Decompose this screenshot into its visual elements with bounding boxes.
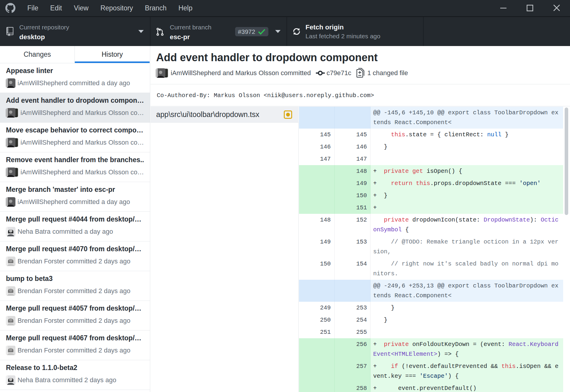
diff-old-line-number: 149 [299,236,335,258]
diff-new-line-number: 153 [335,236,370,258]
avatar [6,108,15,118]
commit-list-item[interactable]: Add event handler to dropdown compon…iAm… [0,93,150,123]
file-modified-icon [284,110,292,119]
minimize-button[interactable] [490,0,517,16]
check-icon [258,29,266,35]
sidebar-tabs: Changes History [0,46,150,63]
diff-new-line-number: 256 [335,338,370,360]
avatar [156,68,165,78]
commit-list-item[interactable]: Appease linteriAmWillShepherd committed … [0,63,150,93]
avatar-stack [6,286,15,296]
commit-item-meta: Brendan Forster committed 2 days ago [18,317,130,325]
diff-old-line-number [299,107,335,129]
commit-list-item[interactable]: bump to beta3Brendan Forster committed 2… [0,271,150,301]
diff-old-line-number: 250 [299,314,335,326]
diff-hunk-header: @@ -145,6 +145,10 @@ export class Toolba… [299,107,563,129]
active-tab-underline [75,61,150,63]
tab-history[interactable]: History [75,46,150,63]
branch-label: Current branch [170,23,211,31]
menu-edit[interactable]: Edit [44,0,68,16]
menu-help[interactable]: Help [172,0,198,16]
commit-item-meta: iAmWillShepherd and Markus Olsson co… [20,168,144,176]
changed-file-icon [357,68,365,78]
diff-new-line-number [335,107,370,129]
commit-authors: iAmWillShepherd and Markus Olsson commit… [171,69,311,77]
diff-new-line-number: 146 [335,141,370,153]
commit-item-meta: iAmWillShepherd and Markus Olsson co… [20,109,144,117]
commit-item-title: Merge pull request #4057 from desktop/… [6,304,144,313]
diff-code: this.state = { clientRect: null } [370,129,563,141]
commit-sha: c79e71c [327,69,351,77]
branch-selector[interactable]: Current branch esc-pr #3972 [151,17,286,46]
fetch-button[interactable]: Fetch origin Last fetched 2 minutes ago [287,17,423,46]
diff-code: private dropdownIcon(state: DropdownStat… [370,214,563,236]
diff-code: + [370,202,563,214]
diff-code [370,326,563,338]
diff-old-line-number: 145 [299,129,335,141]
commit-list-item[interactable]: Remove event handler from the branches..… [0,152,150,182]
branch-value: esc-pr [170,32,211,42]
commit-list-item[interactable]: Merge pull request #4057 from desktop/…B… [0,301,150,331]
commit-item-meta: Neha Batra committed a day ago [18,228,113,235]
menu-repository[interactable]: Repository [94,0,139,16]
diff-old-line-number [299,280,335,302]
commit-list-item[interactable]: Merge pull request #4067 from desktop/…B… [0,331,150,360]
commit-list: Appease linteriAmWillShepherd committed … [0,63,150,392]
commit-item-title: Merge pull request #4070 from desktop/… [6,244,144,253]
avatar [6,138,15,147]
commit-list-item[interactable]: Merge branch 'master' into esc-priAmWill… [0,182,150,212]
commit-item-meta: iAmWillShepherd committed a day ago [18,79,130,87]
commit-list-item[interactable]: Move escape behavior to correct compo…iA… [0,123,150,152]
commit-item-title: Remove event handler from the branches.. [6,155,144,164]
avatar-stack [6,78,15,88]
changed-files-list: app\src\ui\toolbar\dropdown.tsx [151,107,299,392]
avatar-stack [6,375,15,385]
title-bar: File Edit View Repository Branch Help [0,0,570,16]
diff-code: + private get isOpen() { [370,165,563,177]
diff-old-line-number: 147 [299,153,335,165]
close-button[interactable] [543,0,570,16]
diff-scrollbar-thumb[interactable] [565,108,568,215]
pr-badge: #3972 [235,27,268,36]
tab-changes[interactable]: Changes [0,46,75,63]
diff-line: 145145 this.state = { clientRect: null } [299,129,563,141]
maximize-button[interactable] [517,0,543,16]
diff-line: 257+ if (!event.defaultPrevented && this… [299,360,563,382]
repository-selector[interactable]: Current repository desktop [0,17,150,46]
menu-branch[interactable]: Branch [139,0,172,16]
diff-line: 256+ private onFoldoutKeyDown = (event: … [299,338,563,360]
commit-list-item[interactable]: Merge pull request #4044 from desktop/…N… [0,212,150,241]
diff-old-line-number [299,338,335,360]
menu-bar: File Edit View Repository Branch Help [21,0,198,16]
commit-item-meta: Brendan Forster committed 2 days ago [18,287,130,295]
diff-line: 147147 [299,153,563,165]
menu-view[interactable]: View [68,0,94,16]
diff-old-line-number: 251 [299,326,335,338]
commit-item-meta: Brendan Forster committed 2 days ago [18,257,130,265]
diff-line: 250254 } [299,314,563,326]
file-row[interactable]: app\src\ui\toolbar\dropdown.tsx [151,107,299,123]
commit-item-title: Release to 1.1.0-beta2 [6,363,144,372]
avatar [6,227,15,236]
avatar-stack [6,197,15,207]
avatar [6,197,15,207]
git-commit-icon [316,69,325,78]
minimize-icon [500,0,506,16]
history-sidebar: Changes History Appease linteriAmWillShe… [0,46,150,392]
commit-item-meta: Brendan Forster committed 2 days ago [18,347,130,354]
diff-code: + event.preventDefault() [370,382,563,392]
commit-list-item[interactable]: Merge pull request #4070 from desktop/…B… [0,241,150,271]
menu-file[interactable]: File [21,0,44,16]
diff-new-line-number: 151 [335,202,370,214]
diff-new-line-number [335,280,370,302]
commit-list-item[interactable]: Release to 1.1.0-beta2Neha Batra committ… [0,360,150,390]
repository-label: Current repository [19,23,69,31]
commit-item-meta: iAmWillShepherd committed a day ago [18,198,130,206]
diff-old-line-number [299,202,335,214]
diff-line: 251255 [299,326,563,338]
avatar-stack [156,68,168,78]
tab-history-label: History [102,50,123,59]
coauthor-line: Co-Authored-By: Markus Olsson <niik@user… [157,92,374,99]
repository-value: desktop [19,32,69,42]
diff-code: } [370,141,563,153]
